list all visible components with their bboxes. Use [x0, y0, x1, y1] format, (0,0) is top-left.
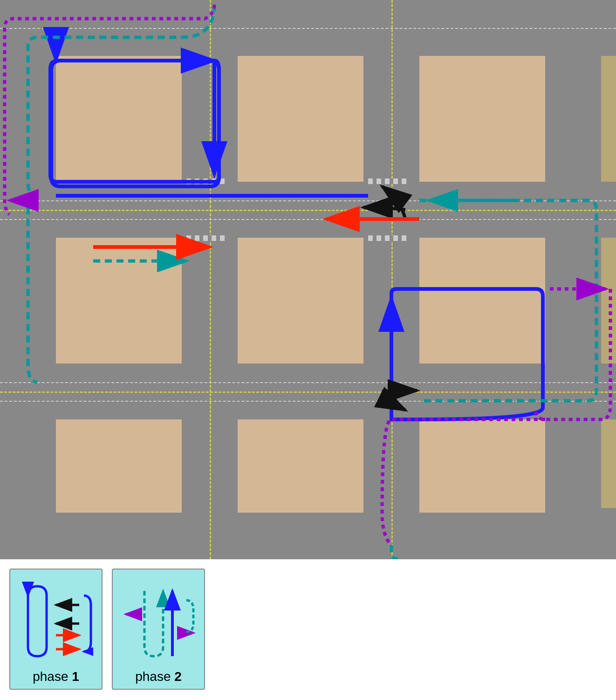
cw-int1-bot	[186, 235, 228, 241]
legend-phase1-box: phase 1	[9, 569, 103, 690]
center-h-row3	[0, 391, 616, 393]
lane-h2-bot	[0, 219, 616, 220]
block-r1c3	[419, 56, 545, 182]
road-v4	[545, 0, 601, 559]
cw-int2-top	[368, 178, 410, 184]
block-r2c2	[238, 238, 363, 364]
legend-phase1-diagram	[19, 582, 93, 666]
block-r3c2	[238, 419, 363, 513]
block-r2c1	[56, 238, 182, 364]
cw-int1-top	[186, 178, 228, 184]
legend-phase2-box: phase 2	[112, 569, 205, 690]
lane-h1-top	[0, 28, 616, 29]
road-h4	[0, 508, 616, 559]
road-v1	[0, 0, 56, 559]
center-v-col3	[391, 0, 393, 559]
block-r1c2	[238, 56, 363, 182]
block-r3c3	[419, 419, 545, 513]
lane-h3-bot	[0, 401, 616, 402]
map-area	[0, 0, 616, 559]
block-r1c1	[56, 56, 182, 182]
cw-int2-bot	[368, 235, 410, 241]
legend-phase2-diagram	[121, 582, 196, 666]
legend-phase1-label: phase 1	[33, 669, 79, 684]
block-r2c3	[419, 238, 545, 364]
legend-phase2-label: phase 2	[135, 669, 182, 684]
center-v-col2	[210, 0, 211, 559]
legend-area: phase 1	[0, 559, 616, 700]
block-r3c1	[56, 419, 182, 513]
lane-h3-top	[0, 382, 616, 383]
lane-h2-top	[0, 200, 616, 201]
center-h-row2	[0, 210, 616, 211]
